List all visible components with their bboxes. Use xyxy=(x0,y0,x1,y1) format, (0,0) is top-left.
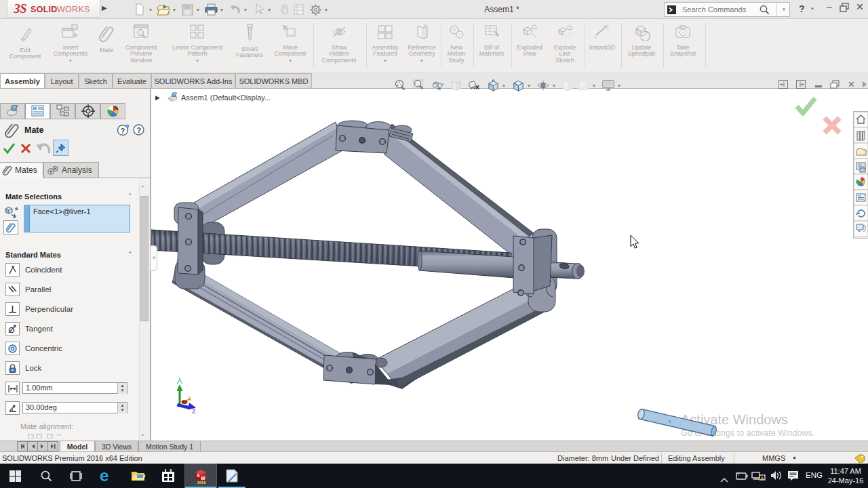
svg-text:Z: Z xyxy=(192,408,196,415)
svg-text:ЗS: ЗS xyxy=(13,2,26,16)
svg-text:e: e xyxy=(100,468,108,484)
svg-text:?: ? xyxy=(137,126,142,134)
svg-text:X: X xyxy=(188,396,192,402)
svg-text:?: ? xyxy=(121,127,125,135)
svg-text:SOLID: SOLID xyxy=(31,5,58,14)
svg-text:WORKS: WORKS xyxy=(57,5,90,14)
svg-text:2016: 2016 xyxy=(197,481,205,485)
svg-text:S: S xyxy=(197,473,200,478)
